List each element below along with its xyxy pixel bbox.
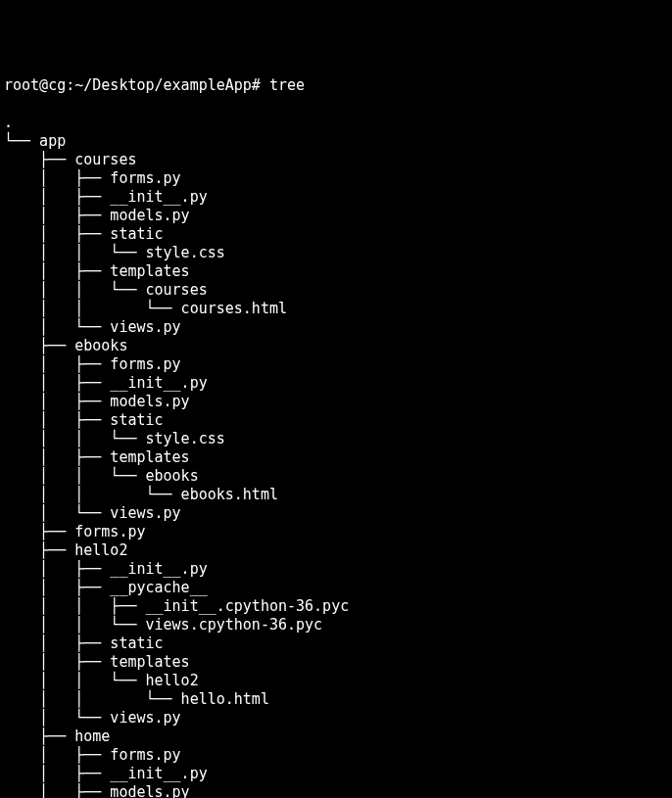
tree-line: │ └── views.py [4,504,668,523]
tree-line: │ ├── models.py [4,207,668,225]
tree-line: │ │ └── hello2 [4,672,668,690]
tree-line: │ ├── forms.py [4,169,668,188]
tree-line: │ ├── templates [4,262,668,281]
tree-line: │ ├── models.py [4,393,668,411]
tree-line: │ │ ├── __init__.cpython-36.pyc [4,597,668,616]
tree-line: │ │ └── ebooks.html [4,486,668,504]
tree-line: ├── hello2 [4,541,668,560]
tree-line: └── app [4,132,668,151]
tree-line: │ ├── templates [4,653,668,672]
tree-line: │ │ └── ebooks [4,467,668,486]
tree-line: │ ├── templates [4,448,668,467]
tree-line: │ ├── __init__.py [4,188,668,207]
tree-line: │ ├── __pycache__ [4,579,668,597]
tree-line: ├── ebooks [4,337,668,355]
terminal-prompt-line: root@cg:~/Desktop/exampleApp# tree [4,76,668,95]
tree-line: . [4,114,668,132]
tree-line: ├── courses [4,151,668,169]
tree-line: │ │ └── style.css [4,244,668,262]
tree-line: │ ├── __init__.py [4,374,668,393]
tree-line: ├── forms.py [4,523,668,541]
tree-line: │ ├── __init__.py [4,765,668,783]
tree-line: │ │ └── hello.html [4,690,668,709]
tree-line: │ └── views.py [4,709,668,728]
tree-line: │ │ └── courses [4,281,668,300]
tree-line: ├── home [4,728,668,746]
tree-line: │ │ └── views.cpython-36.pyc [4,616,668,634]
tree-line: │ │ └── courses.html [4,300,668,318]
tree-line: │ └── views.py [4,318,668,337]
tree-line: │ ├── static [4,411,668,430]
tree-line: │ ├── models.py [4,783,668,798]
tree-command-output: .└── app ├── courses │ ├── forms.py │ ├─… [4,114,668,798]
tree-line: │ ├── forms.py [4,355,668,374]
tree-line: │ ├── __init__.py [4,560,668,579]
tree-line: │ ├── static [4,225,668,244]
tree-line: │ │ └── style.css [4,430,668,448]
tree-line: │ ├── forms.py [4,746,668,765]
tree-line: │ ├── static [4,634,668,653]
